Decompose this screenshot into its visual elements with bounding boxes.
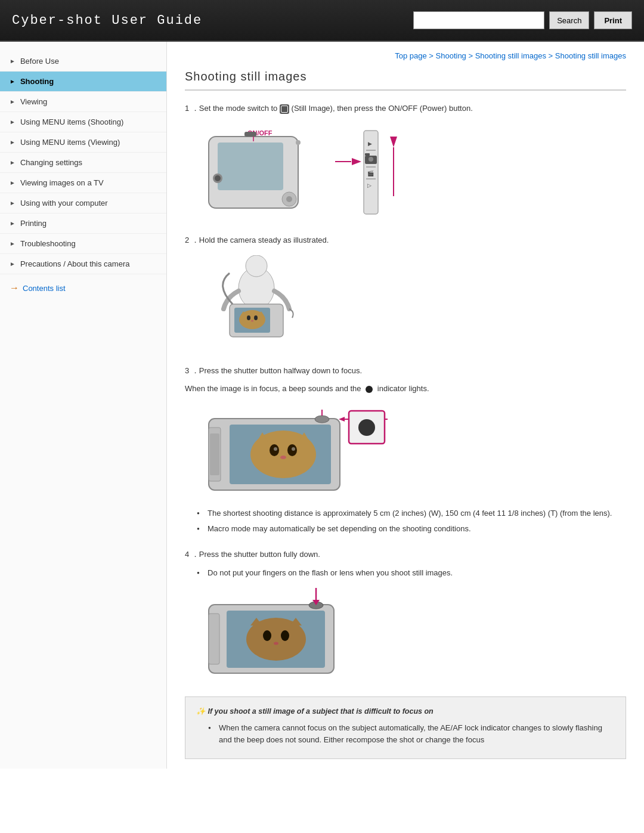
chevron-right-icon: ►: [10, 200, 16, 206]
breadcrumb-sep2: >: [468, 51, 475, 60]
sidebar-item-using-menu-shooting[interactable]: ► Using MENU items (Shooting): [0, 112, 166, 132]
sidebar-item-using-menu-viewing[interactable]: ► Using MENU items (Viewing): [0, 132, 166, 153]
svg-point-57: [281, 630, 289, 641]
step-3: 3 ．Press the shutter button halfway down…: [185, 365, 626, 535]
breadcrumb-current: Shooting still images: [555, 51, 626, 60]
tip-bullets: When the camera cannot focus on the subj…: [208, 722, 615, 745]
tip-icon: ✨: [196, 707, 206, 716]
svg-rect-53: [209, 614, 219, 664]
sidebar-label-using-menu-viewing: Using MENU items (Viewing): [20, 138, 120, 147]
breadcrumb-sep3: >: [549, 51, 555, 60]
header-controls: Search Print: [413, 11, 632, 29]
svg-rect-15: [365, 153, 370, 156]
search-button[interactable]: Search: [549, 11, 589, 29]
sidebar-label-shooting: Shooting: [20, 77, 54, 86]
step-2-illustration: [197, 255, 626, 351]
svg-rect-18: [366, 178, 376, 179]
main-content: Top page > Shooting > Shooting still ima…: [167, 42, 644, 769]
sidebar-label-viewing: Viewing: [20, 97, 47, 106]
svg-rect-4: [244, 132, 256, 137]
step-3-bullets: The shortest shooting distance is approx…: [197, 507, 626, 534]
step-2-text: 2 ．Hold the camera steady as illustrated…: [185, 234, 626, 247]
svg-text:🎬: 🎬: [367, 170, 374, 177]
sidebar-label-changing-settings: Changing settings: [20, 158, 82, 167]
chevron-right-icon: ►: [10, 119, 16, 125]
svg-rect-12: [366, 150, 376, 151]
chevron-right-icon: ►: [10, 58, 16, 64]
svg-point-9: [215, 175, 221, 181]
print-button[interactable]: Print: [594, 11, 632, 29]
sidebar: ► Before Use ► Shooting ► Viewing ► Usin…: [0, 42, 167, 769]
bullet-item: Macro mode may automatically be set depe…: [197, 523, 626, 535]
svg-point-41: [274, 447, 277, 451]
step-4-bullets: Do not put your fingers on the flash or …: [197, 567, 626, 579]
sidebar-item-troubleshooting[interactable]: ► Troubleshooting: [0, 234, 166, 254]
step-1-illustration: ON/OFF ▶: [197, 125, 626, 220]
step-2: 2 ．Hold the camera steady as illustrated…: [185, 234, 626, 351]
svg-rect-16: [366, 166, 376, 168]
breadcrumb-shooting-still[interactable]: Shooting still images: [475, 51, 546, 60]
chevron-right-icon: ►: [10, 261, 16, 267]
tip-box: ✨ If you shoot a still image of a subjec…: [185, 696, 626, 759]
chevron-right-icon: ►: [10, 139, 16, 145]
svg-point-29: [247, 315, 250, 320]
sidebar-item-viewing[interactable]: ► Viewing: [0, 92, 166, 112]
chevron-right-icon: ►: [10, 220, 16, 227]
bullet-item: The shortest shooting distance is approx…: [197, 507, 626, 519]
svg-point-46: [315, 416, 329, 423]
holding-camera-svg: [197, 255, 316, 351]
sidebar-item-viewing-tv[interactable]: ► Viewing images on a TV: [0, 173, 166, 193]
sidebar-label-troubleshooting: Troubleshooting: [20, 239, 76, 248]
sidebar-item-shooting[interactable]: ► Shooting: [0, 72, 166, 92]
svg-rect-36: [210, 433, 219, 475]
tip-bullet: When the camera cannot focus on the subj…: [208, 722, 615, 745]
tip-title: ✨ If you shoot a still image of a subjec…: [196, 705, 615, 717]
sidebar-item-using-computer[interactable]: ► Using with your computer: [0, 193, 166, 213]
svg-text:▷: ▷: [367, 182, 371, 188]
svg-marker-48: [339, 417, 345, 422]
sidebar-label-viewing-tv: Viewing images on a TV: [20, 178, 104, 187]
breadcrumb-shooting[interactable]: Shooting: [436, 51, 466, 60]
svg-point-56: [263, 630, 271, 641]
main-layout: ► Before Use ► Shooting ► Viewing ► Usin…: [0, 42, 644, 769]
step-3-illustration: [197, 404, 626, 499]
tip-title-text: If you shoot a still image of a subject …: [208, 707, 433, 716]
chevron-right-icon: ►: [10, 240, 16, 247]
breadcrumb: Top page > Shooting > Shooting still ima…: [185, 51, 626, 60]
search-input[interactable]: [413, 11, 544, 29]
bullet-item: Do not put your fingers on the flash or …: [197, 567, 626, 579]
sidebar-item-before-use[interactable]: ► Before Use: [0, 51, 166, 72]
svg-point-6: [286, 196, 292, 202]
svg-point-50: [358, 419, 375, 436]
camera-back-svg: ON/OFF: [197, 125, 310, 220]
step-4: 4 ．Press the shutter button fully down. …: [185, 549, 626, 682]
svg-text:▶: ▶: [368, 141, 372, 147]
chevron-right-icon: ►: [10, 98, 16, 105]
svg-point-14: [369, 157, 373, 162]
shutter-press-svg: [197, 404, 423, 499]
contents-list-link[interactable]: → Contents list: [0, 274, 166, 302]
app-title: Cyber-shot User Guide: [12, 13, 202, 28]
chevron-right-icon: ►: [10, 78, 16, 85]
chevron-right-icon: ►: [10, 179, 16, 186]
arrow-right-icon: →: [10, 283, 19, 293]
breadcrumb-top[interactable]: Top page: [395, 51, 427, 60]
sidebar-item-precautions[interactable]: ► Precautions / About this camera: [0, 254, 166, 274]
step-1-text: 1 ．Set the mode switch to (Still Image),…: [185, 103, 626, 115]
step-3-text: 3 ．Press the shutter button halfway down…: [185, 365, 626, 377]
sidebar-item-printing[interactable]: ► Printing: [0, 213, 166, 234]
svg-point-43: [280, 456, 286, 459]
step-4-illustration: [197, 587, 626, 682]
svg-point-30: [254, 315, 258, 320]
full-press-svg: [197, 587, 388, 682]
svg-marker-22: [390, 137, 397, 147]
svg-point-42: [292, 447, 295, 451]
mode-switch-svg: ▶ 🎬 ▷: [334, 125, 405, 220]
sidebar-label-precautions: Precautions / About this camera: [20, 259, 130, 268]
step-1: 1 ．Set the mode switch to (Still Image),…: [185, 103, 626, 220]
sidebar-item-changing-settings[interactable]: ► Changing settings: [0, 153, 166, 173]
svg-point-31: [251, 320, 253, 321]
contents-link-label: Contents list: [23, 284, 66, 293]
step-3-text2: When the image is in focus, a beep sound…: [185, 383, 626, 395]
svg-point-58: [274, 642, 278, 645]
